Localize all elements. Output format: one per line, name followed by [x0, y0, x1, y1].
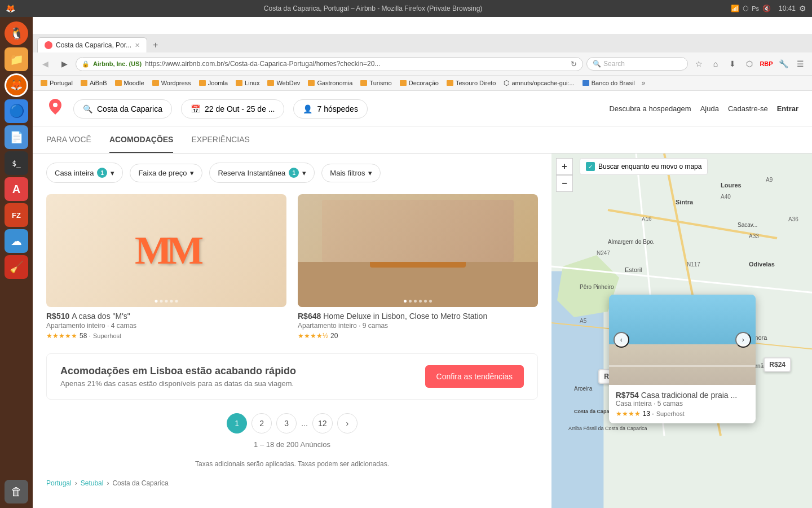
filter-mais-filtros[interactable]: Mais filtros ▾	[321, 164, 381, 182]
bookmark-decoracao[interactable]: Decoração	[396, 78, 442, 87]
bookmarks-overflow-button[interactable]: »	[639, 78, 648, 88]
next-page-button[interactable]: ›	[337, 413, 358, 433]
dropbox-icon[interactable]: ☁	[5, 229, 28, 253]
bookmark-tesouro[interactable]: Tesouro Direto	[443, 78, 500, 87]
trends-button[interactable]: Confira as tendências	[425, 365, 524, 388]
image-dot	[409, 300, 412, 303]
bookmark-webdev[interactable]: WebDev	[264, 78, 303, 87]
firefox-icon[interactable]: 🦊	[5, 73, 28, 97]
urgency-title: Acomodações em Lisboa estão acabando ráp…	[60, 365, 296, 377]
superhost-badge: Superhost	[93, 332, 121, 339]
help-link[interactable]: Ajuda	[700, 104, 719, 113]
trash-icon[interactable]: 🗑	[5, 480, 28, 503]
guests-field[interactable]: 👤 7 hóspedes	[293, 99, 367, 119]
image-dot	[155, 300, 158, 303]
apps-icon[interactable]: A	[5, 177, 28, 201]
bookmark-gastronomia[interactable]: Gastronomia	[304, 78, 356, 87]
bookmark-linux[interactable]: Linux	[232, 78, 263, 87]
search-while-moving-checkbox[interactable]: ✓ Buscar enquanto eu movo o mapa	[580, 158, 708, 175]
title-bar-icons: 📶 ⬡ Ps 🔇 10:41 ⚙	[731, 4, 806, 13]
listing-rating: ★★★★½ 20	[298, 332, 538, 340]
svg-text:Sintra: Sintra	[676, 199, 694, 205]
filter-label: Mais filtros	[330, 169, 365, 177]
breadcrumb-setubal[interactable]: Setubal	[81, 479, 104, 487]
urgency-subtitle: Apenas 21% das casas estão disponíveis p…	[60, 379, 296, 388]
bookmark-moodle[interactable]: Moodle	[112, 78, 148, 87]
filter-faixa-preco[interactable]: Faixa de preço ▾	[130, 164, 202, 182]
tab-experiencias[interactable]: EXPERIÊNCIAS	[191, 127, 249, 153]
pagination: 1 2 3 ... 12 ›	[46, 413, 538, 433]
bookmark-turismo[interactable]: Turismo	[357, 78, 395, 87]
filter-casa-inteira[interactable]: Casa inteira 1 ▾	[46, 163, 123, 183]
map-popup-card[interactable]: ‹ › R$754 Casa tradicional de praia ... …	[609, 295, 756, 423]
filter-badge: 1	[289, 168, 299, 178]
browser-tab[interactable]: Costa da Caparica, Por... ✕	[37, 37, 147, 52]
settings-icon[interactable]: ⚙	[799, 4, 806, 13]
folder-icon	[236, 80, 242, 86]
address-company: Airbnb, Inc. (US)	[93, 60, 142, 67]
page-3-button[interactable]: 3	[276, 413, 297, 433]
location-search-field[interactable]: 🔍 Costa da Caparica	[73, 99, 172, 119]
airbnb-logo[interactable]	[46, 98, 64, 120]
files-icon[interactable]: 📁	[5, 47, 28, 71]
filezilla-icon[interactable]: FZ	[5, 203, 28, 227]
page-2-button[interactable]: 2	[251, 413, 272, 433]
page-12-button[interactable]: 12	[312, 413, 333, 433]
text-editor-icon[interactable]: 📄	[5, 125, 28, 149]
zoom-in-button[interactable]: +	[556, 158, 573, 175]
zoom-out-button[interactable]: −	[556, 175, 573, 192]
listing-price-title: R$648 Home Deluxe in Lisbon, Close to Me…	[298, 312, 538, 321]
tab-para-voce[interactable]: PARA VOCÊ	[46, 127, 91, 153]
tab-acomodacoes[interactable]: ACOMODAÇÕES	[109, 127, 174, 153]
forward-button[interactable]: ▶	[56, 56, 72, 72]
folder-icon	[447, 80, 453, 86]
listing-card-1[interactable]: MM R$510	[46, 194, 286, 340]
bookmark-opcache[interactable]: ⬡ amnuts/opcache-gui:...	[500, 78, 577, 88]
address-bar[interactable]: 🔒 Airbnb, Inc. (US) https://www.airbnb.c…	[76, 57, 583, 71]
browser-search-bar[interactable]: 🔍 Search	[586, 57, 688, 71]
terminal-icon[interactable]: $_	[5, 151, 28, 175]
menu-button[interactable]: ☰	[793, 56, 807, 71]
extensions-button[interactable]: 🔧	[776, 56, 791, 71]
bookmark-joomla[interactable]: Joomla	[196, 78, 231, 87]
listing-price: R$648	[298, 312, 323, 321]
date-field[interactable]: 📅 22 de Out - 25 de ...	[181, 99, 285, 119]
broom-icon[interactable]: 🧹	[5, 255, 28, 279]
breadcrumb-portugal[interactable]: Portugal	[46, 479, 72, 487]
discover-link[interactable]: Descubra a hospedagem	[609, 104, 691, 113]
map-price-marker-24[interactable]: R$24	[764, 357, 791, 372]
pocket-button[interactable]: ⬡	[742, 56, 757, 71]
listing-card-2[interactable]: R$648 Home Deluxe in Lisbon, Close to Me…	[298, 194, 538, 340]
page-1-button[interactable]: 1	[227, 413, 247, 433]
network-icon: 📶	[731, 5, 739, 12]
bookmark-wordpress[interactable]: Wordpress	[149, 78, 195, 87]
location-value: Costa da Caparica	[97, 104, 162, 113]
filter-reserva-instantanea[interactable]: Reserva Instantânea 1 ▾	[209, 163, 315, 183]
login-link[interactable]: Entrar	[777, 104, 798, 113]
popup-price-title: R$754 Casa tradicional de praia ...	[616, 391, 749, 400]
urgency-banner: Acomodações em Lisboa estão acabando ráp…	[46, 353, 538, 400]
bookmark-star-button[interactable]: ☆	[691, 56, 706, 71]
popup-navigation: ‹ ›	[609, 332, 756, 348]
svg-text:N247: N247	[597, 250, 610, 256]
circle-app-icon[interactable]: 🔵	[5, 99, 28, 123]
tab-close-button[interactable]: ✕	[135, 42, 140, 49]
image-dot	[419, 300, 422, 303]
new-tab-button[interactable]: +	[148, 38, 162, 52]
adblock-button[interactable]: RBP	[759, 56, 774, 71]
ubuntu-icon[interactable]: 🐧	[5, 21, 28, 45]
back-button[interactable]: ◀	[37, 56, 53, 72]
refresh-button[interactable]: ↻	[571, 60, 577, 68]
marker-price: R$24	[769, 361, 785, 369]
home-button[interactable]: ⌂	[708, 56, 723, 71]
popup-next-button[interactable]: ›	[735, 332, 751, 348]
svg-text:A36: A36	[788, 216, 798, 222]
bookmark-portugal[interactable]: Portugal	[37, 78, 76, 87]
bookmarks-bar: Portugal AiBnB Moodle Wordpress Joomla	[33, 75, 812, 90]
popup-prev-button[interactable]: ‹	[614, 332, 629, 348]
register-link[interactable]: Cadastre-se	[728, 104, 768, 113]
svg-text:A16: A16	[641, 215, 652, 222]
bookmark-banco[interactable]: Banco do Brasil	[579, 78, 638, 87]
download-button[interactable]: ⬇	[725, 56, 740, 71]
bookmark-aibnb[interactable]: AiBnB	[77, 78, 111, 87]
